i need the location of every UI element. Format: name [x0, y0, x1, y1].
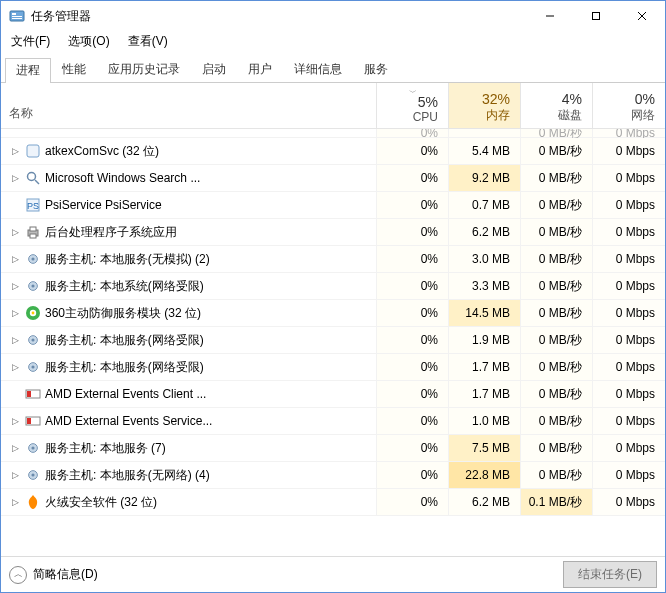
expand-icon[interactable]: ▷ [9, 443, 21, 453]
svg-rect-28 [27, 391, 31, 397]
process-name-label: AMD External Events Service... [45, 414, 212, 428]
cell-disk: 0 MB/秒 [521, 381, 593, 407]
cell-network: 0 Mbps [593, 462, 665, 488]
cell-name: ▷后台处理程序子系统应用 [1, 219, 377, 245]
cell-memory: 1.0 MB [449, 408, 521, 434]
minimize-button[interactable] [527, 1, 573, 31]
window-title: 任务管理器 [31, 8, 91, 25]
cell-cpu: 0% [377, 192, 449, 218]
table-row[interactable]: ▷atkexComSvc (32 位)0%5.4 MB0 MB/秒0 Mbps [1, 138, 665, 165]
cell-cpu: 0% [377, 129, 449, 137]
cell-disk: 0 MB/秒 [521, 300, 593, 326]
cell-network: 0 Mbps [593, 489, 665, 515]
cell-network: 0 Mbps [593, 138, 665, 164]
tab-performance[interactable]: 性能 [51, 57, 97, 82]
col-header-disk[interactable]: 4% 磁盘 [521, 83, 593, 128]
cell-name: ▷Microsoft Windows Search ... [1, 165, 377, 191]
process-name-label: 服务主机: 本地服务 (7) [45, 440, 166, 457]
process-name-label: 火绒安全软件 (32 位) [45, 494, 157, 511]
expand-icon[interactable]: ▷ [9, 254, 21, 264]
table-header: 名称 ﹀ 5% CPU 32% 内存 4% 磁盘 0% 网络 [1, 83, 665, 129]
fewer-details-button[interactable]: ︿ 简略信息(D) [9, 566, 98, 584]
cell-network: 0 Mbps [593, 435, 665, 461]
expand-icon[interactable]: ▷ [9, 335, 21, 345]
svg-point-34 [31, 473, 34, 476]
menu-file[interactable]: 文件(F) [7, 32, 54, 51]
cell-cpu: 0% [377, 300, 449, 326]
titlebar[interactable]: 任务管理器 [1, 1, 665, 31]
cell-memory: 3.0 MB [449, 246, 521, 272]
svg-rect-1 [12, 13, 16, 15]
svg-rect-3 [12, 18, 22, 19]
close-button[interactable] [619, 1, 665, 31]
cell-name: ▷360主动防御服务模块 (32 位) [1, 300, 377, 326]
cell-name: ▷服务主机: 本地系统(网络受限) [1, 273, 377, 299]
cell-network: 0 Mbps [593, 300, 665, 326]
expand-icon[interactable]: ▷ [9, 146, 21, 156]
table-row[interactable]: ▷服务主机: 本地服务(网络受限)0%1.9 MB0 MB/秒0 Mbps [1, 327, 665, 354]
end-task-button[interactable]: 结束任务(E) [563, 561, 657, 588]
expand-icon[interactable]: ▷ [9, 362, 21, 372]
cell-disk: 0 MB/秒 [521, 138, 593, 164]
tab-startup[interactable]: 启动 [191, 57, 237, 82]
cell-cpu: 0% [377, 354, 449, 380]
table-row[interactable]: AMD External Events Client ...0%1.7 MB0 … [1, 381, 665, 408]
cell-network: 0 Mbps [593, 165, 665, 191]
tab-users[interactable]: 用户 [237, 57, 283, 82]
process-name-label: 服务主机: 本地服务(网络受限) [45, 359, 204, 376]
table-row[interactable]: ▷服务主机: 本地服务 (7)0%7.5 MB0 MB/秒0 Mbps [1, 435, 665, 462]
table-row[interactable]: ▷后台处理程序子系统应用0%6.2 MB0 MB/秒0 Mbps [1, 219, 665, 246]
tab-details[interactable]: 详细信息 [283, 57, 353, 82]
table-row[interactable]: 0%0 MB/秒0 Mbps [1, 129, 665, 138]
cell-cpu: 0% [377, 273, 449, 299]
maximize-button[interactable] [573, 1, 619, 31]
process-name-label: PsiService PsiService [45, 198, 162, 212]
expand-icon[interactable]: ▷ [9, 497, 21, 507]
cell-memory: 1.7 MB [449, 354, 521, 380]
cell-name: ▷服务主机: 本地服务(网络受限) [1, 327, 377, 353]
cell-disk: 0 MB/秒 [521, 219, 593, 245]
tab-services[interactable]: 服务 [353, 57, 399, 82]
cell-cpu: 0% [377, 246, 449, 272]
cell-disk: 0 MB/秒 [521, 273, 593, 299]
col-header-cpu[interactable]: ﹀ 5% CPU [377, 83, 449, 128]
svg-rect-14 [30, 227, 36, 231]
table-row[interactable]: PSPsiService PsiService0%0.7 MB0 MB/秒0 M… [1, 192, 665, 219]
col-header-name[interactable]: 名称 [1, 83, 377, 128]
table-row[interactable]: ▷火绒安全软件 (32 位)0%6.2 MB0.1 MB/秒0 Mbps [1, 489, 665, 516]
cell-memory: 3.3 MB [449, 273, 521, 299]
process-name-label: 服务主机: 本地系统(网络受限) [45, 278, 204, 295]
cell-disk: 0 MB/秒 [521, 129, 593, 137]
table-row[interactable]: ▷服务主机: 本地服务(无网络) (4)0%22.8 MB0 MB/秒0 Mbp… [1, 462, 665, 489]
table-row[interactable]: ▷AMD External Events Service...0%1.0 MB0… [1, 408, 665, 435]
cell-network: 0 Mbps [593, 192, 665, 218]
table-row[interactable]: ▷360主动防御服务模块 (32 位)0%14.5 MB0 MB/秒0 Mbps [1, 300, 665, 327]
process-icon [25, 224, 41, 240]
tab-processes[interactable]: 进程 [5, 58, 51, 83]
expand-icon[interactable]: ▷ [9, 470, 21, 480]
cell-memory: 6.2 MB [449, 219, 521, 245]
table-row[interactable]: ▷服务主机: 本地系统(网络受限)0%3.3 MB0 MB/秒0 Mbps [1, 273, 665, 300]
process-name-label: 后台处理程序子系统应用 [45, 224, 177, 241]
cell-name: PSPsiService PsiService [1, 192, 377, 218]
menu-view[interactable]: 查看(V) [124, 32, 172, 51]
expand-icon[interactable]: ▷ [9, 173, 21, 183]
cell-network: 0 Mbps [593, 327, 665, 353]
expand-icon[interactable]: ▷ [9, 308, 21, 318]
table-row[interactable]: ▷服务主机: 本地服务(网络受限)0%1.7 MB0 MB/秒0 Mbps [1, 354, 665, 381]
menu-options[interactable]: 选项(O) [64, 32, 113, 51]
cell-disk: 0.1 MB/秒 [521, 489, 593, 515]
table-row[interactable]: ▷服务主机: 本地服务(无模拟) (2)0%3.0 MB0 MB/秒0 Mbps [1, 246, 665, 273]
app-icon [9, 8, 25, 24]
svg-line-10 [35, 180, 39, 184]
sort-indicator-icon: ﹀ [409, 87, 417, 98]
col-header-memory[interactable]: 32% 内存 [449, 83, 521, 128]
tab-history[interactable]: 应用历史记录 [97, 57, 191, 82]
process-table: 名称 ﹀ 5% CPU 32% 内存 4% 磁盘 0% 网络 0%0 MB/秒0… [1, 83, 665, 556]
expand-icon[interactable]: ▷ [9, 227, 21, 237]
cell-cpu: 0% [377, 327, 449, 353]
expand-icon[interactable]: ▷ [9, 281, 21, 291]
expand-icon[interactable]: ▷ [9, 416, 21, 426]
table-row[interactable]: ▷Microsoft Windows Search ...0%9.2 MB0 M… [1, 165, 665, 192]
col-header-network[interactable]: 0% 网络 [593, 83, 665, 128]
